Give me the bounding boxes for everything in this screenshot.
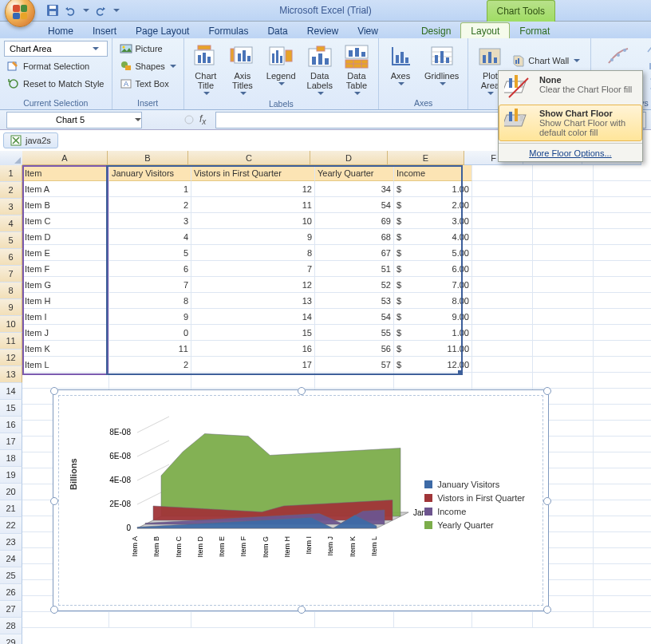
redo-icon[interactable]	[94, 4, 107, 17]
undo-icon[interactable]	[64, 4, 77, 17]
cell[interactable]	[533, 245, 594, 261]
cell[interactable]	[533, 373, 594, 389]
cell[interactable]	[394, 373, 472, 389]
cell[interactable]: 7	[191, 261, 315, 277]
cell[interactable]: Item L	[22, 357, 109, 373]
tab-layout[interactable]: Layout	[460, 22, 510, 38]
cell[interactable]: 13	[191, 293, 315, 309]
insert-shapes[interactable]: Shapes	[116, 58, 180, 74]
cell[interactable]: $12.00	[394, 357, 472, 373]
row-header-4[interactable]: 4	[0, 215, 22, 232]
col-header-D[interactable]: D	[310, 151, 388, 165]
cell[interactable]: 4	[109, 229, 191, 245]
cell[interactable]	[594, 277, 651, 293]
chart-legend[interactable]: January VisitorsVistors in First Quarter…	[424, 476, 525, 534]
cell[interactable]: 16	[191, 341, 315, 357]
cell[interactable]	[594, 309, 651, 325]
chart-element-combo[interactable]	[4, 41, 108, 57]
legend-item[interactable]: Yearly Quarter	[424, 520, 525, 530]
cell[interactable]	[472, 325, 533, 341]
cell[interactable]	[315, 373, 394, 389]
cell[interactable]	[533, 612, 594, 628]
cell[interactable]	[472, 373, 533, 389]
cell[interactable]	[594, 357, 651, 373]
row-header-6[interactable]: 6	[0, 249, 22, 266]
cell[interactable]	[472, 341, 533, 357]
cell[interactable]: 68	[315, 229, 394, 245]
cell[interactable]: 52	[315, 277, 394, 293]
row-header-24[interactable]: 24	[0, 551, 22, 567]
cell[interactable]: Vistors in First Quarter	[191, 165, 315, 181]
axis-titles-btn[interactable]: Axis Titles	[225, 41, 260, 98]
row-header-20[interactable]: 20	[0, 484, 22, 500]
cell[interactable]: Item C	[22, 213, 109, 229]
cell[interactable]	[533, 197, 594, 213]
row-header-2[interactable]: 2	[0, 182, 22, 199]
cell[interactable]: 51	[315, 261, 394, 277]
cell[interactable]: Item B	[22, 197, 109, 213]
cell[interactable]: Yearly Quarter	[315, 165, 394, 181]
cell[interactable]: Item E	[22, 245, 109, 261]
lines-btn[interactable]: Line	[643, 41, 651, 57]
cell[interactable]: 69	[315, 213, 394, 229]
col-header-E[interactable]: E	[388, 151, 464, 165]
cell[interactable]	[594, 596, 651, 612]
insert-picture[interactable]: Picture	[116, 41, 180, 57]
fx-icon[interactable]: fx	[199, 113, 206, 126]
row-header-26[interactable]: 26	[0, 584, 22, 601]
cell[interactable]	[594, 293, 651, 309]
cell[interactable]	[533, 325, 594, 341]
cell[interactable]	[594, 341, 651, 357]
row-header-11[interactable]: 11	[0, 333, 22, 350]
row-header-14[interactable]: 14	[0, 383, 22, 400]
chart-object[interactable]: Billions 02E-084E-086E-088E-08Item AItem…	[53, 389, 549, 611]
cell[interactable]	[22, 612, 109, 628]
more-floor-options[interactable]: More Floor Options...	[499, 145, 642, 161]
cell[interactable]	[533, 165, 594, 181]
cell[interactable]	[533, 277, 594, 293]
cell[interactable]: $3.00	[394, 213, 472, 229]
cell[interactable]	[594, 229, 651, 245]
cell[interactable]: $5.00	[394, 245, 472, 261]
cell[interactable]	[472, 181, 533, 197]
cell[interactable]: 2	[109, 197, 191, 213]
floor-show[interactable]: Show Chart FloorShow Chart Floor with de…	[499, 105, 642, 141]
cell[interactable]	[594, 468, 651, 484]
cell[interactable]: 53	[315, 293, 394, 309]
tab-formulas[interactable]: Formulas	[199, 23, 258, 38]
cell[interactable]: 15	[191, 325, 315, 341]
cell[interactable]: 11	[191, 197, 315, 213]
cell[interactable]: $1.00	[394, 181, 472, 197]
legend-item[interactable]: Vistors in First Quarter	[424, 493, 525, 503]
cell[interactable]	[533, 341, 594, 357]
axes-btn[interactable]: Axes	[383, 41, 418, 89]
cell[interactable]	[594, 261, 651, 277]
cell[interactable]	[594, 532, 651, 548]
cell[interactable]: 11	[109, 341, 191, 357]
tab-view[interactable]: View	[348, 23, 388, 38]
cell[interactable]	[109, 373, 191, 389]
row-header-1[interactable]: 1	[0, 165, 22, 182]
cell[interactable]: 12	[191, 277, 315, 293]
tab-data[interactable]: Data	[258, 23, 297, 38]
reset-style[interactable]: Reset to Match Style	[4, 76, 108, 92]
cell[interactable]	[533, 181, 594, 197]
cell[interactable]	[472, 261, 533, 277]
workbook-tab[interactable]: java2s	[3, 132, 58, 148]
cell[interactable]	[472, 357, 533, 373]
cell[interactable]: Item D	[22, 229, 109, 245]
tab-format[interactable]: Format	[510, 23, 559, 38]
cell[interactable]: 8	[191, 245, 315, 261]
select-all-corner[interactable]	[0, 151, 23, 166]
cell[interactable]	[594, 437, 651, 452]
row-header-3[interactable]: 3	[0, 199, 22, 215]
col-header-B[interactable]: B	[108, 151, 188, 165]
format-selection[interactable]: Format Selection	[4, 58, 108, 74]
chart-area[interactable]: Billions 02E-084E-086E-088E-08Item AItem…	[58, 395, 543, 606]
cell[interactable]	[533, 229, 594, 245]
chart-wall-btn[interactable]: Chart Wall	[509, 53, 586, 69]
cell[interactable]	[594, 325, 651, 341]
cell[interactable]	[594, 181, 651, 197]
row-header-19[interactable]: 19	[0, 467, 22, 484]
row-header-29[interactable]: 29	[0, 634, 22, 644]
